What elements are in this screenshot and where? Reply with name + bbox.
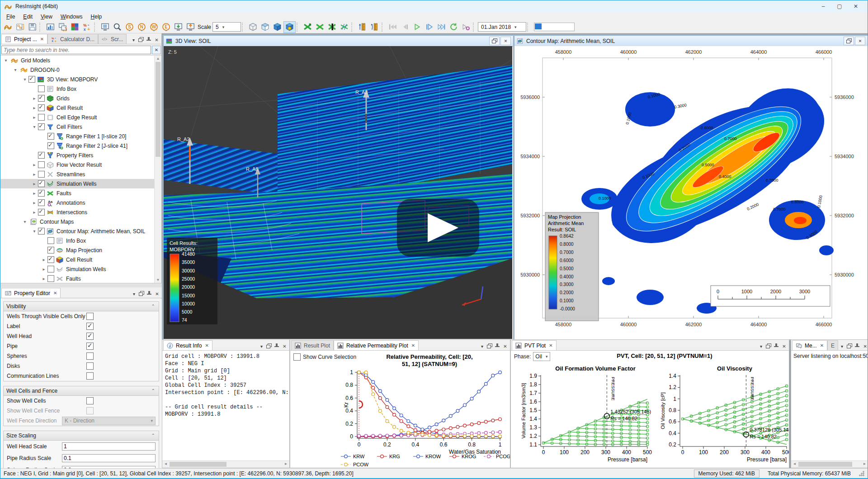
dock-close-button[interactable] [153,36,160,44]
view-from-above-button[interactable] [172,21,184,33]
well-head-scale-input[interactable] [62,442,156,451]
dock-menu-button[interactable] [258,343,265,350]
tab-truncated[interactable]: E [827,340,838,350]
tree-item-range-filter-2-j-slice-41[interactable]: Range Filter 2 [J-slice 41] [0,141,155,150]
show-curve-selection-checkbox[interactable] [293,353,301,361]
tree-item-map-projection[interactable]: Map Projection [0,245,155,255]
scale-select[interactable]: 5▾ [212,22,241,32]
expander-icon[interactable]: ▾ [31,124,38,129]
fault-b-button[interactable] [314,21,326,33]
tab-result-plot[interactable]: Result Plot [291,340,334,350]
visibility-checkbox[interactable] [47,142,54,149]
menu-file[interactable]: File [2,13,19,20]
tree-item-contour-maps[interactable]: ▾Contour Maps [0,217,155,226]
visibility-checkbox[interactable] [38,95,45,102]
cube-solid-button[interactable] [271,21,283,33]
visibility-checkbox[interactable] [38,114,45,121]
horizontal-scrollbar[interactable]: ◄► [791,460,868,468]
section-header[interactable]: Size Scaling [4,431,159,441]
wells-through-visible-cells-only-checkbox[interactable] [86,313,94,320]
resize-grip[interactable] [859,471,864,476]
video-play-overlay[interactable] [397,199,479,257]
maximize-button[interactable]: ▢ [831,1,848,11]
pipe-checkbox[interactable] [86,343,94,350]
tile-windows-button[interactable] [69,21,81,33]
view-west-button[interactable]: W [148,21,160,33]
dock-float-button[interactable] [137,36,145,44]
show-well-cells-checkbox[interactable] [86,397,94,404]
visibility-checkbox[interactable] [38,199,45,206]
timestep-select[interactable]: 01.Jan 2018▾ [478,22,526,32]
expander-icon[interactable]: ▾ [2,58,9,63]
animation-progress-slider[interactable] [534,23,575,31]
visibility-checkbox[interactable] [38,171,45,178]
expander-icon[interactable]: ▸ [40,257,47,262]
tree-item-cell-edge-result[interactable]: ▸Cell Edge Result [0,113,155,122]
dock-close-button[interactable] [281,343,288,350]
expander-icon[interactable]: ▾ [31,229,38,234]
tree-item-contour-map-arithmetic-mean-soil[interactable]: ▾Contour Map: Arithmetic Mean, SOIL [0,226,155,236]
visibility-checkbox[interactable] [38,123,45,130]
dock-pin-button[interactable] [146,290,153,298]
close-icon[interactable]: ✕ [820,343,824,348]
tab-result-info[interactable]: i Result Info✕ [163,340,212,350]
close-icon[interactable]: ✕ [549,343,552,348]
disks-checkbox[interactable] [86,362,94,370]
view-from-below-button[interactable] [184,21,197,33]
anim-play-step-button[interactable] [423,21,435,33]
visibility-checkbox[interactable] [47,275,54,282]
tree-item-faults[interactable]: ▸Faults [0,274,155,283]
communication-lines-checkbox[interactable] [86,372,94,380]
visibility-checkbox[interactable] [47,266,54,272]
visibility-checkbox[interactable] [47,237,54,244]
expander-icon[interactable]: ▸ [31,162,38,167]
restore-button[interactable] [489,37,500,45]
show-curve-selection[interactable]: Show Curve Selection [293,353,356,361]
pipe-radius-scale-input[interactable] [62,454,156,462]
tab-project-tree[interactable]: Project ...✕ [1,34,47,44]
dock-float-button[interactable] [138,290,146,298]
view3d-titlebar[interactable]: 3D View: SOIL ✕ [164,36,513,47]
dock-float-button[interactable] [765,343,773,350]
tree-item-annotations[interactable]: ▸AaAnnotations [0,198,155,207]
dock-menu-button[interactable] [478,343,486,350]
save-project-button[interactable] [26,21,38,33]
tab-pvt-plot[interactable]: PVT Plot✕ [512,340,557,350]
tree-item-info-box[interactable]: Info Box [0,236,155,245]
view-south-button[interactable]: S [123,21,136,33]
fault-a-button[interactable] [302,21,314,33]
dock-close-button[interactable] [501,343,509,350]
view-east-button[interactable]: E [160,21,172,33]
tree-item-cell-result[interactable]: ▸Cell Result [0,255,155,264]
expander-icon[interactable]: ▸ [40,267,47,272]
horizontal-scrollbar[interactable]: ◄► [162,460,289,468]
menu-view[interactable]: View [37,13,57,20]
section-header[interactable]: Well Cells and Fence [4,386,159,396]
phase-select[interactable]: Oil▾ [533,352,550,361]
anim-settings-button[interactable] [460,21,472,33]
expander-icon[interactable]: ▸ [31,96,38,101]
standard-view-button[interactable] [99,21,111,33]
visibility-checkbox[interactable] [47,256,54,263]
spheres-checkbox[interactable] [86,352,94,360]
ruler-vertical-button[interactable] [356,21,368,33]
tree-item-simulation-wells[interactable]: ▸Simulation Wells [0,179,155,188]
dock-menu-button[interactable] [130,36,137,44]
tree-item-property-filters[interactable]: Property Filters [0,150,155,160]
dock-pin-button[interactable] [854,343,861,350]
menu-windows[interactable]: Windows [57,13,87,20]
section-header[interactable]: Visibility [4,302,159,311]
expander-icon[interactable]: ▸ [40,276,47,281]
dock-close-button[interactable] [153,290,161,298]
visibility-checkbox[interactable] [38,85,45,92]
cube-faces-button[interactable] [259,21,271,33]
well-head-checkbox[interactable] [86,333,94,340]
tab-relperm-plot[interactable]: Relative Permeability Plot✕ [334,340,419,350]
expander-icon[interactable]: ▸ [31,200,38,205]
tree-item-simulation-wells[interactable]: ▸Simulation Wells [0,264,155,274]
expander-icon[interactable]: ▾ [12,67,19,72]
tree-item-drogon-0[interactable]: ▾DROGON-0 [0,65,155,75]
tree-item-3d-view-mobporv[interactable]: ▾3D View: MOBPORV [0,75,155,84]
zoom-all-button[interactable] [111,21,123,33]
expander-icon[interactable]: ▸ [31,181,38,186]
